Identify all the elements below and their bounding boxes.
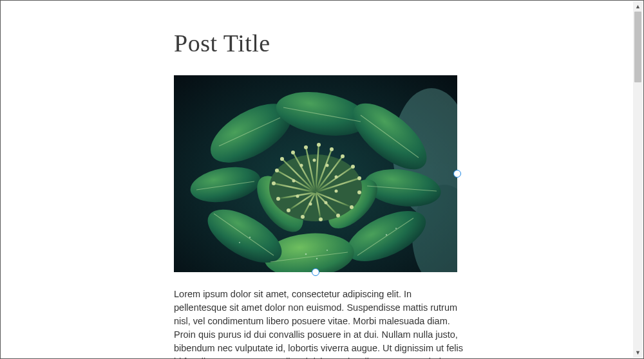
post-content-area: Post Title <box>174 1 470 359</box>
svg-point-67 <box>327 250 328 251</box>
image-resize-handle-right[interactable] <box>453 170 461 178</box>
post-title[interactable]: Post Title <box>174 29 470 57</box>
svg-point-63 <box>296 195 299 198</box>
svg-point-43 <box>330 147 334 151</box>
svg-point-50 <box>319 217 323 221</box>
svg-point-71 <box>395 228 397 229</box>
svg-point-41 <box>304 145 308 149</box>
svg-point-61 <box>325 201 328 205</box>
svg-point-46 <box>357 176 361 180</box>
scrollbar-thumb[interactable] <box>634 12 641 82</box>
svg-point-39 <box>280 157 284 161</box>
scroll-down-arrow-icon[interactable]: ▼ <box>633 347 643 358</box>
svg-point-60 <box>335 190 338 193</box>
post-body-paragraph[interactable]: Lorem ipsum dolor sit amet, consectetur … <box>174 288 464 359</box>
svg-point-54 <box>272 181 276 185</box>
svg-point-49 <box>336 214 340 217</box>
image-block[interactable] <box>174 75 457 272</box>
svg-point-53 <box>276 197 280 201</box>
featured-image <box>174 75 457 272</box>
svg-point-57 <box>313 159 316 162</box>
svg-point-62 <box>309 203 312 206</box>
svg-point-58 <box>326 164 329 167</box>
svg-point-52 <box>287 208 290 212</box>
svg-point-45 <box>351 165 355 169</box>
svg-point-69 <box>239 242 240 243</box>
vertical-scrollbar[interactable]: ▲ ▼ <box>633 1 643 358</box>
svg-point-51 <box>301 215 305 219</box>
svg-point-56 <box>300 164 303 167</box>
svg-point-55 <box>275 169 279 172</box>
svg-point-47 <box>357 190 361 194</box>
svg-point-70 <box>386 234 387 235</box>
image-resize-handle-bottom[interactable] <box>312 268 319 276</box>
svg-point-42 <box>317 143 321 147</box>
svg-point-64 <box>292 180 296 183</box>
svg-point-40 <box>291 151 295 154</box>
svg-point-48 <box>350 205 354 209</box>
svg-point-59 <box>335 176 338 179</box>
svg-point-68 <box>249 237 251 238</box>
svg-point-66 <box>316 258 317 259</box>
scroll-up-arrow-icon[interactable]: ▲ <box>633 1 643 12</box>
svg-point-44 <box>341 154 345 158</box>
svg-point-65 <box>305 253 307 255</box>
editor-viewport: Post Title <box>0 0 644 359</box>
